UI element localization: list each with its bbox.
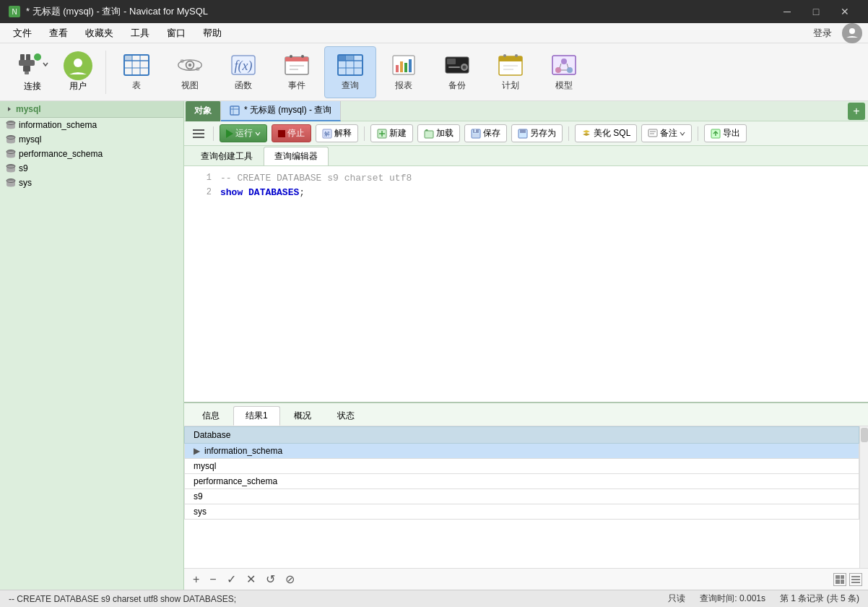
toolbar: 连接 用户 表 视图 f(x) 函数 事件	[0, 43, 868, 101]
beautify-label: 美化 SQL	[594, 127, 630, 139]
new-label: 新建	[389, 127, 407, 139]
db-icon-5	[6, 178, 16, 187]
result-table: Database ▶information_schema mysql	[184, 426, 859, 520]
add-row-button[interactable]: +	[190, 572, 202, 587]
svg-point-53	[567, 67, 573, 73]
tab-query[interactable]: * 无标题 (mysql) - 查询	[221, 101, 341, 121]
add-tab-button[interactable]: +	[848, 103, 865, 120]
report-icon	[391, 52, 417, 78]
toolbar-sep-1	[105, 51, 106, 94]
tab-objects[interactable]: 对象	[186, 101, 221, 121]
explain-button[interactable]: 解 解释	[316, 124, 358, 142]
beautify-button[interactable]: 美化 SQL	[575, 124, 637, 142]
toolbar-model-btn[interactable]: 模型	[538, 46, 590, 98]
svg-rect-37	[404, 63, 407, 72]
editor-area[interactable]: 1 -- CREATE DATABASE s9 charset utf8 2 s…	[184, 166, 868, 402]
save-button[interactable]: 保存	[464, 124, 507, 142]
save-as-button[interactable]: 另存为	[511, 124, 563, 142]
menu-tools[interactable]: 工具	[123, 25, 157, 41]
svg-point-15	[188, 64, 192, 67]
sub-tab-create-tool[interactable]: 查询创建工具	[190, 147, 264, 165]
menu-help[interactable]: 帮助	[196, 25, 229, 41]
save-as-icon	[518, 129, 528, 139]
table-cell: mysql	[185, 459, 859, 474]
toolbar-backup-btn[interactable]: 备份	[431, 46, 483, 98]
toolbar-table-btn[interactable]: 表	[110, 46, 162, 98]
run-label: 运行	[235, 127, 253, 139]
table-row[interactable]: sys	[185, 504, 859, 520]
result-tab-overview[interactable]: 概况	[282, 406, 324, 426]
report-label: 报表	[395, 79, 412, 92]
toolbar-schedule-btn[interactable]: 计划	[485, 46, 537, 98]
table-row[interactable]: ▶information_schema	[185, 444, 859, 459]
table-row[interactable]: s9	[185, 489, 859, 504]
sidebar-item-performance-schema[interactable]: performance_schema	[0, 147, 183, 161]
close-button[interactable]: ✕	[830, 0, 859, 23]
stop-button[interactable]: 停止	[272, 124, 311, 142]
toolbar-event-btn[interactable]: 事件	[271, 46, 323, 98]
explain-label: 解释	[334, 127, 352, 139]
svg-rect-3	[19, 60, 35, 66]
result-tab-result1[interactable]: 结果1	[233, 406, 280, 426]
sidebar-item-sys[interactable]: sys	[0, 176, 183, 190]
login-button[interactable]: 登录	[807, 25, 838, 41]
load-button[interactable]: 加载	[417, 124, 460, 142]
confirm-button[interactable]: ✓	[224, 571, 239, 587]
menu-view[interactable]: 查看	[42, 25, 75, 41]
result-col-header-db[interactable]: Database	[185, 427, 859, 444]
connection-tool: 连接	[10, 51, 55, 92]
hamburger-line	[193, 129, 204, 131]
menu-window[interactable]: 窗口	[160, 25, 193, 41]
toolbar-sep-3	[568, 126, 569, 141]
action-toolbar: 运行 停止 解 解释 新建 加载 保存	[184, 121, 868, 146]
svg-rect-22	[285, 57, 308, 61]
sidebar-db-name[interactable]: mysql	[16, 104, 41, 114]
sidebar-item-information-schema[interactable]: information_schema	[0, 118, 183, 132]
result-table-container: Database ▶information_schema mysql	[184, 426, 859, 568]
table-row[interactable]: mysql	[185, 459, 859, 474]
toolbar-view-btn[interactable]: 视图	[164, 46, 216, 98]
list-view-icon[interactable]	[849, 573, 862, 586]
table-label: 表	[132, 79, 141, 92]
model-icon	[551, 52, 577, 78]
discard-button[interactable]: ✕	[243, 571, 259, 587]
sidebar-item-s9[interactable]: s9	[0, 161, 183, 176]
grid-view-icon[interactable]	[833, 573, 846, 586]
comment-icon	[648, 129, 658, 139]
stop-label: 停止	[287, 127, 305, 139]
editor-line-2-content: show DATABASES;	[220, 187, 305, 198]
toolbar-report-btn[interactable]: 报表	[378, 46, 430, 98]
sidebar-item-mysql[interactable]: mysql	[0, 132, 183, 147]
editor-line-1-content: -- CREATE DATABASE s9 charset utf8	[220, 173, 412, 184]
maximize-button[interactable]: □	[802, 0, 830, 23]
refresh-button[interactable]: ↺	[263, 571, 278, 587]
table-cell: sys	[185, 504, 859, 520]
result-tab-status[interactable]: 状态	[325, 406, 367, 426]
hamburger-button[interactable]	[190, 126, 207, 141]
statusbar-query-time: 查询时间: 0.001s	[700, 593, 765, 605]
editor-line-1: 1 -- CREATE DATABASE s9 charset utf8	[184, 172, 868, 186]
result-tab-info[interactable]: 信息	[190, 406, 232, 426]
connection-button[interactable]	[16, 51, 49, 77]
export-button[interactable]: 导出	[704, 124, 747, 142]
sidebar-item-label-2: mysql	[19, 134, 41, 145]
svg-rect-5	[25, 72, 29, 74]
remove-row-button[interactable]: −	[207, 572, 219, 587]
comment-button[interactable]: 备注	[641, 124, 692, 142]
stop-edit-button[interactable]: ⊘	[282, 571, 298, 587]
toolbar-function-btn[interactable]: f(x) 函数	[217, 46, 269, 98]
toolbar-query-btn[interactable]: 查询	[324, 46, 376, 98]
minimize-button[interactable]: ─	[773, 0, 802, 23]
user-button[interactable]: 用户	[58, 48, 98, 95]
menu-file[interactable]: 文件	[6, 25, 39, 41]
new-button[interactable]: 新建	[370, 124, 413, 142]
menu-favorites[interactable]: 收藏夹	[78, 25, 121, 41]
table-row[interactable]: performance_schema	[185, 474, 859, 489]
result-scrollbar[interactable]	[859, 426, 868, 568]
stop-icon	[278, 130, 285, 137]
sub-tab-editor[interactable]: 查询编辑器	[264, 147, 329, 165]
editor-label: 查询编辑器	[274, 151, 318, 161]
run-button[interactable]: 运行	[220, 124, 267, 142]
result1-tab-label: 结果1	[246, 410, 268, 421]
titlebar: N * 无标题 (mysql) - 查询 - Navicat for MySQL…	[0, 0, 868, 23]
